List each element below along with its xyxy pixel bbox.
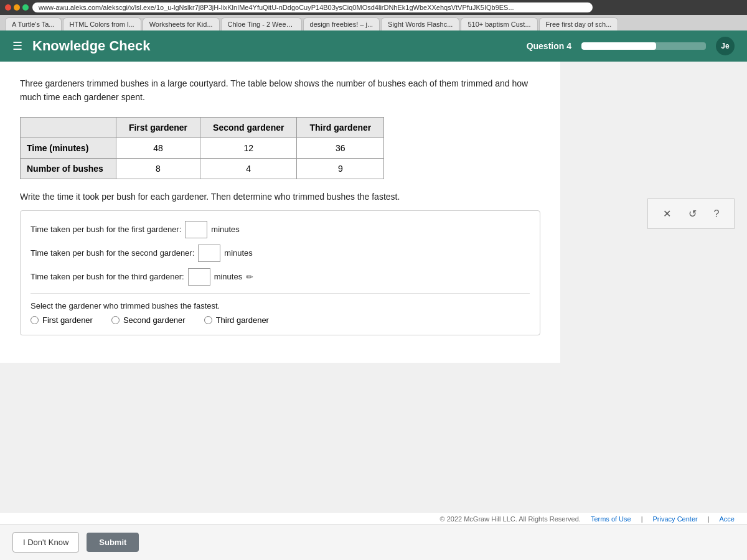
terms-link[interactable]: Terms of Use <box>591 515 631 523</box>
content-wrapper: Three gardeners trimmed bushes in a larg… <box>0 62 747 363</box>
input-row-second: Time taken per bush for the second garde… <box>31 245 530 262</box>
app-title: Knowledge Check <box>32 38 517 54</box>
col-header-first: First gardener <box>116 117 200 138</box>
window-controls <box>5 4 29 11</box>
input-row-first: Time taken per bush for the first garden… <box>31 221 530 238</box>
privacy-link[interactable]: Privacy Center <box>653 515 698 523</box>
maximize-dot <box>22 4 29 11</box>
undo-button[interactable]: ↺ <box>686 205 699 222</box>
label-second-gardener: Time taken per bush for the second garde… <box>31 248 194 258</box>
radio-first[interactable]: First gardener <box>31 315 93 325</box>
data-table: First gardener Second gardener Third gar… <box>20 117 384 179</box>
question-label: Question 4 <box>527 41 571 51</box>
cell-time-third: 36 <box>297 138 384 158</box>
app-header: ☰ Knowledge Check Question 4 Je <box>0 30 747 62</box>
action-box: ✕ ↺ ? <box>647 198 735 229</box>
radio-input-first[interactable] <box>31 316 39 324</box>
pencil-icon[interactable]: ✏ <box>246 272 253 282</box>
problem-statement: Three gardeners trimmed bushes in a larg… <box>20 77 540 105</box>
input-first-gardener[interactable] <box>185 221 207 238</box>
cell-bushes-third: 9 <box>297 158 384 179</box>
section-divider <box>31 293 530 294</box>
tab-0[interactable]: A Turtle's Ta... <box>5 17 62 30</box>
copyright-text: © 2022 McGraw Hill LLC. All Rights Reser… <box>440 515 581 523</box>
tab-7[interactable]: Free first day of sch... <box>539 17 619 30</box>
clear-button[interactable]: ✕ <box>660 205 674 222</box>
unit-first: minutes <box>211 225 240 234</box>
radio-third[interactable]: Third gardener <box>204 315 269 325</box>
instruction-text: Write the time it took per bush for each… <box>20 192 540 202</box>
input-third-gardener[interactable] <box>188 268 210 286</box>
radio-label-first: First gardener <box>42 315 93 325</box>
main-content: Three gardeners trimmed bushes in a larg… <box>0 62 560 363</box>
progress-bar <box>581 42 706 50</box>
cell-bushes-second: 4 <box>200 158 297 179</box>
tab-4[interactable]: design freebies! – j... <box>303 17 380 30</box>
tab-3[interactable]: Chloe Ting - 2 Week... <box>221 17 302 30</box>
user-avatar: Je <box>716 37 735 55</box>
tab-1[interactable]: HTML Colors from l... <box>63 17 141 30</box>
row-header-bushes: Number of bushes <box>21 158 116 179</box>
radio-group: First gardener Second gardener Third gar… <box>31 315 530 325</box>
address-bar[interactable]: www-awu.aleks.com/alekscgi/x/lsl.exe/1o_… <box>32 2 593 12</box>
unit-third: minutes <box>214 272 243 281</box>
tab-2[interactable]: Worksheets for Kid... <box>143 17 220 30</box>
question-section: Time taken per bush for the first garden… <box>20 210 540 335</box>
col-header-empty <box>21 117 116 138</box>
minimize-dot <box>14 4 20 11</box>
browser-chrome: www-awu.aleks.com/alekscgi/x/lsl.exe/1o_… <box>0 0 747 15</box>
label-third-gardener: Time taken per bush for the third garden… <box>31 272 184 281</box>
radio-second[interactable]: Second gardener <box>111 315 186 325</box>
col-header-third: Third gardener <box>297 117 384 138</box>
cell-time-second: 12 <box>200 138 297 158</box>
row-header-time: Time (minutes) <box>21 138 116 158</box>
progress-bar-fill <box>581 42 656 50</box>
close-dot <box>5 4 11 11</box>
bottom-bar: I Don't Know Submit <box>0 524 747 560</box>
radio-label-third: Third gardener <box>216 315 269 325</box>
radio-label-second: Second gardener <box>123 315 186 325</box>
footer-bar: © 2022 McGraw Hill LLC. All Rights Reser… <box>0 512 747 525</box>
input-row-third: Time taken per bush for the third garden… <box>31 268 530 286</box>
tab-6[interactable]: 510+ baptism Cust... <box>461 17 537 30</box>
cell-time-first: 48 <box>116 138 200 158</box>
select-prompt: Select the gardener who trimmed bushes t… <box>31 301 530 310</box>
label-first-gardener: Time taken per bush for the first garden… <box>31 225 181 234</box>
radio-input-second[interactable] <box>111 316 120 324</box>
radio-input-third[interactable] <box>204 316 212 324</box>
acce-link[interactable]: Acce <box>720 515 735 523</box>
unit-second: minutes <box>224 248 253 258</box>
table-row-time: Time (minutes) 48 12 36 <box>21 138 384 158</box>
cell-bushes-first: 8 <box>116 158 200 179</box>
hamburger-icon[interactable]: ☰ <box>12 39 22 53</box>
submit-button[interactable]: Submit <box>87 533 139 552</box>
help-button[interactable]: ? <box>712 206 722 222</box>
tab-5[interactable]: Sight Words Flashc... <box>381 17 459 30</box>
tab-bar: A Turtle's Ta... HTML Colors from l... W… <box>0 15 747 30</box>
dont-know-button[interactable]: I Don't Know <box>12 532 79 553</box>
input-second-gardener[interactable] <box>198 245 220 262</box>
table-row-bushes: Number of bushes 8 4 9 <box>21 158 384 179</box>
col-header-second: Second gardener <box>200 117 297 138</box>
